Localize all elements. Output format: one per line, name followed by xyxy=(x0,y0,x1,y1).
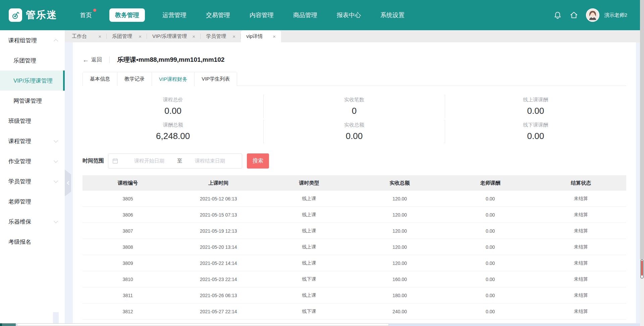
detail-tab[interactable]: 教学记录 xyxy=(117,72,152,86)
nav-item[interactable]: 首页 xyxy=(78,8,94,22)
table-cell: 未结算 xyxy=(536,196,626,202)
notification-bell-icon[interactable] xyxy=(553,11,562,20)
stat-label: 线上课课酬 xyxy=(523,97,548,103)
table-cell: 线上课 xyxy=(264,196,354,202)
table-cell: 160.00 xyxy=(354,277,445,282)
open-tab[interactable]: 工作台× xyxy=(66,30,107,42)
hscroll-left-segment2 xyxy=(2,323,16,326)
table-row[interactable]: 38072021-05-19 12:13线上课120.000.00未结算 xyxy=(83,223,626,239)
back-arrow-icon: ← xyxy=(83,57,89,63)
stat-cell: 线下课课酬0.00 xyxy=(445,120,626,143)
stat-value: 6,248.00 xyxy=(156,131,190,141)
start-date-placeholder[interactable]: 课程开始日期 xyxy=(121,158,177,164)
open-tab[interactable]: 乐团管理× xyxy=(107,30,147,42)
table-cell: 0.00 xyxy=(445,212,536,218)
sidebar-item[interactable]: 课程组管理 xyxy=(0,30,65,50)
sidebar-item[interactable]: 乐器维保 xyxy=(0,212,65,232)
table-cell: 未结算 xyxy=(536,260,626,266)
vertical-scrollbar-track[interactable] xyxy=(640,0,644,259)
horizontal-scrollbar-thumb[interactable] xyxy=(17,323,389,326)
table-cell: 未结算 xyxy=(536,212,626,218)
sidebar-item-label: 课程管理 xyxy=(8,137,31,145)
open-tab[interactable]: VIP/乐理课管理× xyxy=(147,30,201,42)
open-tab-label: 工作台 xyxy=(72,33,87,40)
sidebar-menu: 课程组管理乐团管理VIP/乐理课管理网管课管理班级管理课程管理作业管理学员管理老… xyxy=(0,30,65,252)
sidebar-item[interactable]: 课程管理 xyxy=(0,131,65,151)
close-icon[interactable]: × xyxy=(98,34,101,39)
sidebar-item[interactable]: VIP/乐理课管理 xyxy=(0,71,65,91)
stat-column: 课程总价0.00课酬总额6,248.00 xyxy=(83,95,264,143)
sidebar-item[interactable]: 乐团管理 xyxy=(0,50,65,71)
stat-column: 实收笔数0实收总额0.00 xyxy=(264,95,445,143)
table-row[interactable]: 38052021-05-12 06:13线上课120.000.00未结算 xyxy=(83,191,626,207)
nav-item[interactable]: 系统设置 xyxy=(378,8,407,22)
nav-item[interactable]: 内容管理 xyxy=(248,8,276,22)
user-avatar[interactable] xyxy=(586,8,599,22)
search-button[interactable]: 搜索 xyxy=(247,153,269,169)
table-cell: 2021-05-26 06:13 xyxy=(173,293,264,298)
stat-label: 课酬总额 xyxy=(163,122,183,128)
nav-item-label: 运营管理 xyxy=(162,11,186,19)
home-icon[interactable] xyxy=(570,11,578,19)
vertical-scrollbar-thumb[interactable] xyxy=(640,259,644,279)
table-cell: 线上课 xyxy=(264,260,354,266)
sidebar-item[interactable]: 网管课管理 xyxy=(0,91,65,111)
table-cell: 3806 xyxy=(83,212,173,218)
sidebar-item[interactable]: 老师管理 xyxy=(0,191,65,212)
table-cell: 3809 xyxy=(83,261,173,266)
stat-cell: 课程总价0.00 xyxy=(83,95,264,118)
detail-tab[interactable]: VIP学生列表 xyxy=(195,72,237,86)
table-row[interactable]: 38092021-05-22 14:14线上课120.000.00未结算 xyxy=(83,255,626,271)
close-icon[interactable]: × xyxy=(192,34,195,39)
stat-label: 课程总价 xyxy=(163,97,183,103)
table-cell: 未结算 xyxy=(536,228,626,234)
table-cell: 0.00 xyxy=(445,261,536,266)
table-row[interactable]: 38062021-05-15 07:13线上课120.000.00未结算 xyxy=(83,207,626,223)
stat-label: 线下课课酬 xyxy=(523,122,548,128)
nav-item[interactable]: 交易管理 xyxy=(204,8,232,22)
date-range-input[interactable]: 课程开始日期 至 课程结束日期 xyxy=(108,153,242,169)
top-navbar: 管乐迷 首页教务管理运营管理交易管理内容管理商品管理报表中心系统设置 xyxy=(0,0,644,30)
filter-row: 时间范围 课程开始日期 至 课程结束日期 搜索 xyxy=(83,153,626,169)
table-cell: 3805 xyxy=(83,196,173,201)
nav-item[interactable]: 报表中心 xyxy=(335,8,363,22)
nav-item-label: 内容管理 xyxy=(250,11,274,19)
open-tab[interactable]: 学员管理× xyxy=(201,30,241,42)
back-label: 返回 xyxy=(91,56,102,63)
table-row[interactable]: 38082021-05-20 13:14线上课120.000.00未结算 xyxy=(83,239,626,255)
vertical-scrollbar[interactable] xyxy=(640,0,644,326)
stat-value: 0.00 xyxy=(164,106,181,116)
nav-item[interactable]: 商品管理 xyxy=(291,8,319,22)
sidebar-item[interactable]: 考级报名 xyxy=(0,232,65,252)
sidebar-item[interactable]: 作业管理 xyxy=(0,151,65,171)
table-header-cell: 实收总额 xyxy=(354,180,445,186)
course-finance-table: 课程编号上课时间课时类型实收总额老师课酬结算状态 38052021-05-12 … xyxy=(83,175,626,326)
nav-item[interactable]: 运营管理 xyxy=(160,8,189,22)
horizontal-scrollbar[interactable] xyxy=(0,323,640,326)
close-icon[interactable]: × xyxy=(139,34,142,39)
table-cell: 线上课 xyxy=(264,292,354,298)
table-cell: 2021-05-22 14:14 xyxy=(173,261,264,266)
detail-tab[interactable]: VIP课程财务 xyxy=(152,72,195,86)
sidebar-item-label: VIP/乐理课管理 xyxy=(13,77,53,85)
open-tab[interactable]: vip详情× xyxy=(241,30,281,42)
nav-item[interactable]: 教务管理 xyxy=(109,8,145,22)
detail-card: ← 返回 乐理课•mm88,mm99,mm101,mm102 基本信息教学记录V… xyxy=(73,42,636,326)
brand[interactable]: 管乐迷 xyxy=(9,8,57,22)
table-row[interactable]: 38102021-05-23 22:14线下课160.000.00未结算 xyxy=(83,271,626,287)
sidebar-item-label: 考级报名 xyxy=(8,238,31,246)
back-button[interactable]: ← 返回 xyxy=(83,56,102,63)
sidebar-item[interactable]: 班级管理 xyxy=(0,111,65,131)
page-title: 乐理课•mm88,mm99,mm101,mm102 xyxy=(117,55,224,64)
close-icon[interactable]: × xyxy=(232,34,235,39)
nav-item-label: 商品管理 xyxy=(293,11,317,19)
sidebar-item[interactable]: 学员管理 xyxy=(0,171,65,191)
detail-tab[interactable]: 基本信息 xyxy=(83,72,117,86)
stat-value: 0 xyxy=(352,106,357,116)
table-row[interactable]: 38112021-05-26 06:13线上课180.000.00未结算 xyxy=(83,287,626,304)
nav-item-label: 报表中心 xyxy=(337,11,361,19)
table-row[interactable]: 38122021-05-27 22:14线下课240.000.00未结算 xyxy=(83,304,626,320)
user-name[interactable]: 演示老师2 xyxy=(604,12,627,18)
end-date-placeholder[interactable]: 课程结束日期 xyxy=(182,158,238,164)
close-icon[interactable]: × xyxy=(273,34,276,39)
